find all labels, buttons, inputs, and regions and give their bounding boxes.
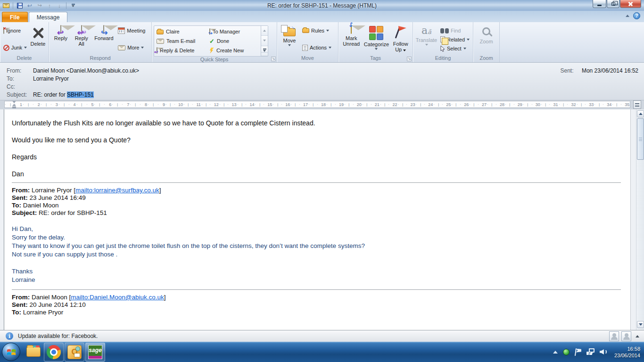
actions-icon [302, 45, 308, 51]
taskbar-explorer-button[interactable] [23, 343, 44, 362]
gallery-scrollbar [261, 26, 268, 56]
dialog-launcher-icon[interactable]: ↘ [407, 57, 412, 61]
start-button[interactable] [2, 343, 20, 361]
quoted-email-2: From: Daniel Moon [mailto:Daniel.Moon@ab… [12, 289, 621, 316]
select-button[interactable]: Select [439, 44, 471, 53]
move-button[interactable]: → Move [279, 24, 300, 54]
quick-step-create-new[interactable]: Create New [208, 46, 261, 55]
dropdown-arrow-icon [463, 48, 466, 49]
control-menu-mail-icon[interactable] [2, 2, 10, 9]
close-button[interactable] [620, 0, 641, 8]
tab-message[interactable]: Message [29, 12, 68, 22]
find-button[interactable]: Find [439, 26, 471, 35]
scrollbar-thumb[interactable] [637, 118, 644, 160]
action-center-flag-icon[interactable] [575, 348, 581, 356]
contact-avatar-icon[interactable] [609, 331, 619, 341]
quote-to-line: To: Daniel Moon [12, 202, 621, 209]
quick-step-done[interactable]: ✓ Done [208, 36, 261, 46]
quick-access-toolbar: ↩ ↪ ↑ ↓ [0, 0, 77, 11]
rules-button[interactable]: Rules [301, 26, 336, 35]
title-bar: ↩ ↪ ↑ ↓ RE: order for SBHP-151 - Message… [0, 0, 644, 11]
previous-item-icon[interactable]: ↑ [45, 2, 54, 9]
ruler-segment: ·|·11 [183, 101, 201, 107]
restore-button[interactable] [607, 0, 619, 8]
quote-body-line [12, 259, 621, 267]
quick-step-team-email[interactable]: Team E-mail [155, 36, 208, 46]
save-icon[interactable] [16, 2, 24, 9]
ignore-button[interactable]: × Ignore [2, 26, 28, 35]
contact-avatar-icon[interactable] [621, 331, 631, 341]
meeting-button[interactable]: Meeting [116, 26, 149, 35]
follow-up-button[interactable]: Follow Up [390, 24, 411, 54]
tab-file[interactable]: File [2, 12, 28, 22]
gallery-more-icon[interactable] [261, 46, 268, 56]
ruler-segment: ·|·34 [594, 101, 612, 107]
subject-value: RE: order for SBHP-151 [33, 91, 94, 98]
more-respond-button[interactable]: More [116, 43, 149, 52]
window-controls [592, 0, 641, 8]
mailto-link[interactable]: mailto:lorraine@surfbay.co.uk [75, 187, 159, 194]
reply-button[interactable]: ↩ Reply [51, 24, 71, 54]
taskbar-clock[interactable]: 16:58 23/06/2014 [614, 346, 640, 359]
email-body[interactable]: Unfortunately the Flush Kits are no long… [4, 109, 631, 330]
network-icon[interactable] [586, 348, 594, 355]
translate-button[interactable]: aã Translate [415, 24, 438, 54]
info-icon: i [6, 332, 13, 340]
ruler-segment: ·|·4 [58, 101, 76, 107]
help-icon[interactable]: ? [633, 12, 640, 19]
gallery-down-icon[interactable] [261, 36, 268, 46]
ruler-segment: ·|·17 [290, 101, 308, 107]
zoom-button[interactable]: Zoom [476, 24, 497, 54]
vertical-scrollbar[interactable] [636, 109, 644, 330]
select-cursor-icon [440, 46, 445, 52]
taskbar-chrome-button[interactable] [44, 343, 64, 362]
ruler-segment: ·|·19 [326, 101, 344, 107]
first-line-indent-icon [12, 101, 16, 103]
selected-text: SBHP-151 [67, 91, 94, 98]
actions-button[interactable]: Actions [301, 43, 336, 52]
collapse-ribbon-icon[interactable] [626, 15, 629, 17]
quoted-message-text: Hi Dan, Sorry for the delay. They want t… [12, 225, 621, 284]
quick-steps-gallery: Claire ↪ To Manager Team E-mail ✓ Don [154, 25, 268, 57]
volume-icon[interactable] [600, 348, 607, 355]
indent-markers[interactable] [12, 101, 17, 108]
team-email-icon [157, 39, 164, 44]
tray-status-icon[interactable] [563, 349, 570, 355]
minimize-button[interactable] [593, 0, 606, 8]
dropdown-arrow-icon [467, 39, 470, 41]
ruler-segment: ·|·21 [362, 101, 380, 107]
quick-step-reply-delete[interactable]: ↩ Reply & Delete [155, 46, 208, 55]
next-item-icon[interactable]: ↓ [55, 2, 64, 9]
redo-icon[interactable]: ↪ [35, 2, 44, 9]
mailto-link[interactable]: mailto:Daniel.Moon@abiuk.co.uk [71, 294, 164, 301]
ruler-toggle-button[interactable] [633, 100, 641, 109]
delete-button[interactable]: Delete [29, 24, 47, 54]
folder-icon [157, 30, 164, 34]
cc-label: Cc: [0, 83, 33, 90]
taskbar-outlook-button[interactable]: O [65, 343, 84, 362]
forward-button[interactable]: ↪ Forward [92, 24, 116, 54]
expand-chevron-icon[interactable] [636, 335, 639, 337]
window-title: RE: order for SBHP-151 - Message (HTML) [0, 2, 644, 9]
group-move: → Move Rules Actions [277, 22, 339, 62]
group-label-tags: Tags↘ [339, 55, 413, 62]
gallery-up-icon[interactable] [261, 26, 268, 36]
quick-step-to-manager[interactable]: ↪ To Manager [208, 27, 261, 36]
dialog-launcher-icon[interactable]: ↘ [271, 57, 276, 61]
more-icon [118, 45, 125, 50]
show-hidden-icons-icon[interactable] [553, 351, 558, 354]
group-editing: aã Translate Find Related [413, 22, 473, 62]
quick-step-claire[interactable]: Claire [155, 27, 208, 36]
taskbar-sage-button[interactable]: sage [85, 343, 105, 362]
customize-qat-icon[interactable] [69, 2, 77, 9]
junk-button[interactable]: Junk [2, 43, 28, 52]
scroll-down-button[interactable] [637, 321, 644, 328]
related-button[interactable]: Related [439, 35, 471, 44]
categorize-button[interactable]: Categorize [363, 24, 389, 54]
mark-unread-button[interactable]: ↪ Mark Unread [340, 24, 362, 54]
scroll-up-button[interactable] [637, 110, 644, 117]
outlook-icon: O [67, 345, 82, 359]
ruler-segment: ·|·33 [577, 101, 594, 107]
quote-body-line: Hi Dan, [12, 225, 621, 233]
undo-icon[interactable]: ↩ [25, 2, 34, 9]
